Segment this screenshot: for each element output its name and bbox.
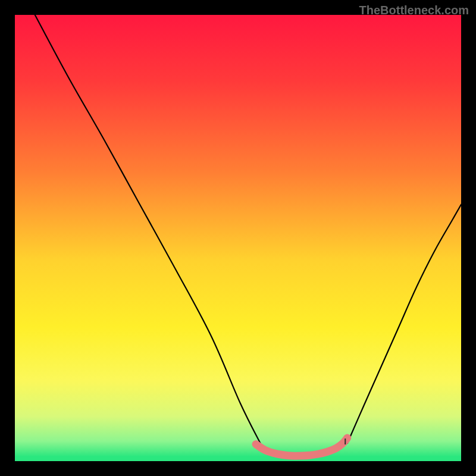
plot-area: [15, 15, 461, 461]
plot-frame: [15, 15, 461, 461]
watermark-label: TheBottleneck.com: [359, 4, 469, 17]
chart-svg: [15, 15, 461, 461]
chart-background: [15, 15, 461, 461]
